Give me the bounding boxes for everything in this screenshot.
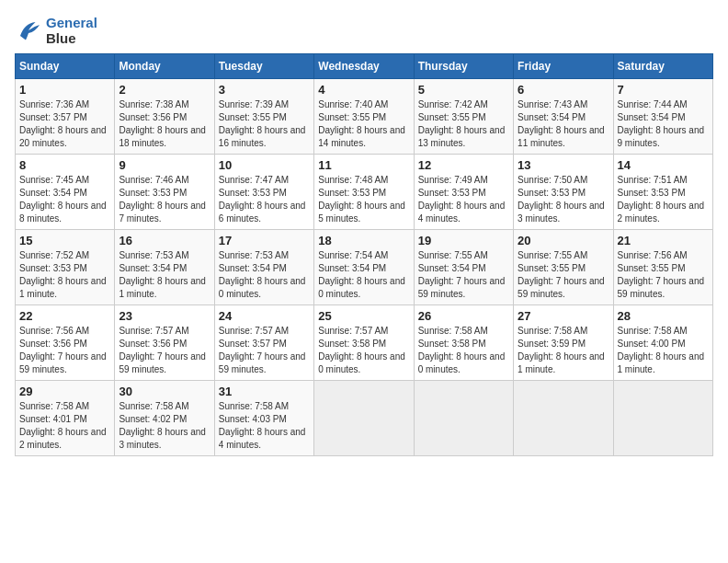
day-info: Sunrise: 7:56 AM Sunset: 3:55 PM Dayligh…	[618, 249, 709, 301]
day-info: Sunrise: 7:53 AM Sunset: 3:54 PM Dayligh…	[119, 249, 210, 301]
day-number: 14	[618, 158, 709, 172]
day-number: 30	[119, 385, 210, 398]
calendar-week-row: 8 Sunrise: 7:45 AM Sunset: 3:54 PM Dayli…	[16, 155, 713, 230]
calendar-cell: 8 Sunrise: 7:45 AM Sunset: 3:54 PM Dayli…	[16, 155, 115, 230]
day-info: Sunrise: 7:58 AM Sunset: 4:00 PM Dayligh…	[618, 325, 709, 376]
calendar-cell: 4 Sunrise: 7:40 AM Sunset: 3:55 PM Dayli…	[314, 79, 414, 155]
calendar-cell: 14 Sunrise: 7:51 AM Sunset: 3:53 PM Dayl…	[613, 155, 712, 230]
calendar-week-row: 29 Sunrise: 7:58 AM Sunset: 4:01 PM Dayl…	[16, 381, 713, 456]
day-info: Sunrise: 7:57 AM Sunset: 3:57 PM Dayligh…	[219, 325, 310, 376]
day-of-week-header: Sunday	[16, 54, 115, 79]
calendar-cell: 23 Sunrise: 7:57 AM Sunset: 3:56 PM Dayl…	[115, 305, 214, 381]
day-of-week-header: Monday	[115, 54, 214, 79]
calendar-cell: 28 Sunrise: 7:58 AM Sunset: 4:00 PM Dayl…	[613, 305, 712, 381]
calendar-cell: 13 Sunrise: 7:50 AM Sunset: 3:53 PM Dayl…	[514, 155, 613, 230]
day-number: 5	[418, 83, 509, 97]
day-number: 8	[19, 158, 110, 172]
calendar-cell: 26 Sunrise: 7:58 AM Sunset: 3:58 PM Dayl…	[414, 305, 513, 381]
day-info: Sunrise: 7:53 AM Sunset: 3:54 PM Dayligh…	[219, 249, 310, 301]
calendar-cell: 16 Sunrise: 7:53 AM Sunset: 3:54 PM Dayl…	[115, 230, 214, 305]
day-info: Sunrise: 7:58 AM Sunset: 4:01 PM Dayligh…	[19, 400, 110, 452]
day-number: 4	[318, 83, 409, 97]
day-info: Sunrise: 7:42 AM Sunset: 3:55 PM Dayligh…	[418, 98, 509, 150]
day-number: 2	[119, 83, 210, 97]
day-info: Sunrise: 7:44 AM Sunset: 3:54 PM Dayligh…	[618, 98, 709, 150]
day-number: 31	[219, 385, 310, 398]
calendar-cell: 21 Sunrise: 7:56 AM Sunset: 3:55 PM Dayl…	[613, 230, 712, 305]
day-number: 10	[219, 158, 310, 172]
day-info: Sunrise: 7:38 AM Sunset: 3:56 PM Dayligh…	[119, 98, 210, 150]
day-number: 16	[119, 234, 210, 247]
day-number: 6	[518, 83, 609, 97]
calendar-header-row: SundayMondayTuesdayWednesdayThursdayFrid…	[16, 54, 713, 79]
day-number: 25	[318, 309, 409, 323]
day-info: Sunrise: 7:46 AM Sunset: 3:53 PM Dayligh…	[119, 174, 210, 225]
calendar-cell: 25 Sunrise: 7:57 AM Sunset: 3:58 PM Dayl…	[314, 305, 414, 381]
logo-text: General	[46, 15, 97, 30]
calendar-cell: 20 Sunrise: 7:55 AM Sunset: 3:55 PM Dayl…	[514, 230, 613, 305]
day-info: Sunrise: 7:55 AM Sunset: 3:55 PM Dayligh…	[518, 249, 609, 301]
calendar-cell: 27 Sunrise: 7:58 AM Sunset: 3:59 PM Dayl…	[514, 305, 613, 381]
calendar-cell	[613, 381, 712, 456]
day-number: 11	[318, 158, 409, 172]
day-info: Sunrise: 7:57 AM Sunset: 3:58 PM Dayligh…	[318, 325, 409, 376]
calendar-cell: 2 Sunrise: 7:38 AM Sunset: 3:56 PM Dayli…	[115, 79, 214, 155]
day-info: Sunrise: 7:51 AM Sunset: 3:53 PM Dayligh…	[618, 174, 709, 225]
day-number: 27	[518, 309, 609, 323]
calendar-cell: 11 Sunrise: 7:48 AM Sunset: 3:53 PM Dayl…	[314, 155, 414, 230]
day-number: 19	[418, 234, 509, 247]
logo-icon	[15, 17, 42, 44]
calendar-cell: 6 Sunrise: 7:43 AM Sunset: 3:54 PM Dayli…	[514, 79, 613, 155]
page-header: General Blue	[15, 15, 713, 46]
calendar-cell: 1 Sunrise: 7:36 AM Sunset: 3:57 PM Dayli…	[16, 79, 115, 155]
day-info: Sunrise: 7:48 AM Sunset: 3:53 PM Dayligh…	[318, 174, 409, 225]
calendar-cell: 5 Sunrise: 7:42 AM Sunset: 3:55 PM Dayli…	[414, 79, 513, 155]
day-number: 26	[418, 309, 509, 323]
day-info: Sunrise: 7:58 AM Sunset: 4:03 PM Dayligh…	[219, 400, 310, 452]
day-number: 20	[518, 234, 609, 247]
day-number: 13	[518, 158, 609, 172]
calendar-week-row: 1 Sunrise: 7:36 AM Sunset: 3:57 PM Dayli…	[16, 79, 713, 155]
day-info: Sunrise: 7:55 AM Sunset: 3:54 PM Dayligh…	[418, 249, 509, 301]
day-number: 21	[618, 234, 709, 247]
calendar-cell: 22 Sunrise: 7:56 AM Sunset: 3:56 PM Dayl…	[16, 305, 115, 381]
day-of-week-header: Wednesday	[314, 54, 414, 79]
day-number: 12	[418, 158, 509, 172]
calendar-cell: 7 Sunrise: 7:44 AM Sunset: 3:54 PM Dayli…	[613, 79, 712, 155]
calendar-cell: 24 Sunrise: 7:57 AM Sunset: 3:57 PM Dayl…	[214, 305, 313, 381]
day-info: Sunrise: 7:50 AM Sunset: 3:53 PM Dayligh…	[518, 174, 609, 225]
day-of-week-header: Thursday	[414, 54, 513, 79]
day-info: Sunrise: 7:56 AM Sunset: 3:56 PM Dayligh…	[19, 325, 110, 376]
calendar-week-row: 15 Sunrise: 7:52 AM Sunset: 3:53 PM Dayl…	[16, 230, 713, 305]
day-number: 22	[19, 309, 110, 323]
calendar-cell	[314, 381, 414, 456]
calendar-cell	[414, 381, 513, 456]
day-info: Sunrise: 7:45 AM Sunset: 3:54 PM Dayligh…	[19, 174, 110, 225]
day-number: 24	[219, 309, 310, 323]
day-info: Sunrise: 7:49 AM Sunset: 3:53 PM Dayligh…	[418, 174, 509, 225]
logo: General Blue	[15, 15, 97, 46]
calendar-table: SundayMondayTuesdayWednesdayThursdayFrid…	[15, 53, 713, 456]
calendar-cell: 10 Sunrise: 7:47 AM Sunset: 3:53 PM Dayl…	[214, 155, 313, 230]
day-number: 28	[618, 309, 709, 323]
day-number: 3	[219, 83, 310, 97]
day-info: Sunrise: 7:58 AM Sunset: 4:02 PM Dayligh…	[119, 400, 210, 452]
day-info: Sunrise: 7:40 AM Sunset: 3:55 PM Dayligh…	[318, 98, 409, 150]
day-info: Sunrise: 7:57 AM Sunset: 3:56 PM Dayligh…	[119, 325, 210, 376]
day-number: 18	[318, 234, 409, 247]
calendar-cell: 12 Sunrise: 7:49 AM Sunset: 3:53 PM Dayl…	[414, 155, 513, 230]
day-number: 29	[19, 385, 110, 398]
calendar-cell: 3 Sunrise: 7:39 AM Sunset: 3:55 PM Dayli…	[214, 79, 313, 155]
calendar-cell: 29 Sunrise: 7:58 AM Sunset: 4:01 PM Dayl…	[16, 381, 115, 456]
day-number: 9	[119, 158, 210, 172]
day-number: 1	[19, 83, 110, 97]
day-info: Sunrise: 7:58 AM Sunset: 3:58 PM Dayligh…	[418, 325, 509, 376]
calendar-week-row: 22 Sunrise: 7:56 AM Sunset: 3:56 PM Dayl…	[16, 305, 713, 381]
day-number: 23	[119, 309, 210, 323]
day-info: Sunrise: 7:58 AM Sunset: 3:59 PM Dayligh…	[518, 325, 609, 376]
day-info: Sunrise: 7:47 AM Sunset: 3:53 PM Dayligh…	[219, 174, 310, 225]
calendar-cell	[514, 381, 613, 456]
calendar-cell: 18 Sunrise: 7:54 AM Sunset: 3:54 PM Dayl…	[314, 230, 414, 305]
calendar-cell: 17 Sunrise: 7:53 AM Sunset: 3:54 PM Dayl…	[214, 230, 313, 305]
day-info: Sunrise: 7:39 AM Sunset: 3:55 PM Dayligh…	[219, 98, 310, 150]
